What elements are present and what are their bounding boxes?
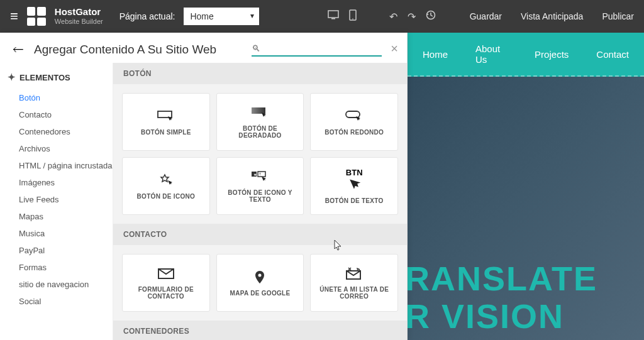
- mobile-icon[interactable]: [349, 9, 357, 23]
- search-wrap[interactable]: 🔍︎: [252, 43, 382, 57]
- button-round-icon: [345, 109, 364, 124]
- sidebar-item-archivos[interactable]: Archivos: [8, 140, 113, 157]
- hero-line1: RANSLATE: [408, 260, 597, 297]
- sidebar-item-formas[interactable]: Formas: [8, 259, 113, 276]
- save-button[interactable]: Guardar: [470, 11, 502, 21]
- section-heading-contenedores: CONTENEDORES: [113, 321, 407, 340]
- site-preview: Home About Us Projects Contact RANSLATE …: [408, 33, 644, 340]
- svg-rect-7: [346, 111, 360, 118]
- card-boton-texto[interactable]: BTN BOTÓN DE TEXTO: [310, 157, 398, 215]
- close-icon[interactable]: ×: [391, 41, 398, 56]
- sidebar-heading: ✦ ELEMENTOS: [8, 72, 113, 83]
- current-page-label: Página actual:: [119, 11, 175, 21]
- sidebar: ✦ ELEMENTOS Botón Contacto Contenedores …: [0, 63, 113, 340]
- sidebar-list: Botón Contacto Contenedores Archivos HTM…: [8, 89, 113, 310]
- nav-about[interactable]: About Us: [475, 43, 507, 65]
- nav-home[interactable]: Home: [423, 49, 448, 60]
- panel-body: ✦ ELEMENTOS Botón Contacto Contenedores …: [0, 63, 407, 340]
- card-formulario-contacto[interactable]: FORMULARIO DE CONTACTO: [122, 254, 210, 312]
- card-mapa-google[interactable]: MAPA DE GOOGLE: [216, 254, 304, 312]
- panel-title: Agregar Contenido A Su Sitio Web: [34, 43, 216, 57]
- sidebar-item-navegacion[interactable]: sitio de navegacion: [8, 276, 113, 293]
- card-boton-redondo[interactable]: BOTÓN REDONDO: [310, 93, 398, 151]
- hero-line2: R VISION: [408, 298, 597, 335]
- page-select-wrap[interactable]: [184, 8, 259, 25]
- svg-text:★: ★: [253, 173, 257, 177]
- logo-title: HostGator: [55, 6, 103, 18]
- back-arrow-icon[interactable]: 🡐: [13, 43, 24, 57]
- envelope-icon: [157, 266, 175, 281]
- topbar-device-icons: ↶ ↷: [328, 9, 436, 23]
- card-boton-icono[interactable]: BOTÓN DE ICONO: [122, 157, 210, 215]
- puzzle-icon: ✦: [8, 72, 16, 83]
- sidebar-item-mapas[interactable]: Mapas: [8, 208, 113, 225]
- topbar-actions: Guardar Vista Anticipada Publicar: [470, 11, 634, 21]
- svg-rect-6: [252, 107, 265, 114]
- button-text-icon: BTN: [345, 168, 364, 192]
- section-heading-boton: BOTÓN: [113, 63, 407, 84]
- svg-point-13: [258, 273, 262, 277]
- desktop-icon[interactable]: [328, 10, 339, 23]
- card-boton-degradado[interactable]: BOTÓN DE DEGRADADO: [216, 93, 304, 151]
- nav-projects[interactable]: Projects: [535, 49, 569, 60]
- preview-nav: Home About Us Projects Contact: [408, 33, 644, 77]
- redo-icon[interactable]: ↷: [408, 11, 416, 23]
- contacto-grid: FORMULARIO DE CONTACTO MAPA DE GOOGLE ÚN…: [113, 245, 407, 321]
- sidebar-item-musica[interactable]: Musica: [8, 225, 113, 242]
- search-icon: 🔍︎: [252, 43, 260, 53]
- sidebar-item-contacto[interactable]: Contacto: [8, 106, 113, 123]
- button-simple-icon: [157, 109, 175, 124]
- svg-point-3: [352, 18, 353, 19]
- map-pin-icon: [250, 270, 269, 285]
- undo-icon[interactable]: ↶: [389, 11, 397, 23]
- button-gradient-icon: [250, 105, 269, 120]
- card-boton-simple[interactable]: BOTÓN SIMPLE: [122, 93, 210, 151]
- nav-contact[interactable]: Contact: [596, 49, 629, 60]
- svg-rect-1: [331, 18, 335, 19]
- cursor-icon: [333, 239, 343, 254]
- svg-rect-0: [328, 11, 338, 18]
- hero-text: RANSLATE R VISION: [408, 260, 597, 335]
- search-input[interactable]: [266, 43, 379, 53]
- card-lista-correo[interactable]: ÚNETE A MI LISTA DE CORREO: [310, 254, 398, 312]
- sidebar-item-livefeeds[interactable]: Live Feeds: [8, 191, 113, 208]
- sidebar-item-social[interactable]: Social: [8, 293, 113, 310]
- sidebar-item-paypal[interactable]: PayPal: [8, 242, 113, 259]
- publish-button[interactable]: Publicar: [602, 11, 634, 21]
- workspace: × 🡐 Agregar Contenido A Su Sitio Web 🔍︎ …: [0, 33, 644, 340]
- sidebar-item-html[interactable]: HTML / página incrustada: [8, 157, 113, 174]
- add-content-panel: × 🡐 Agregar Contenido A Su Sitio Web 🔍︎ …: [0, 33, 408, 340]
- svg-rect-5: [158, 111, 172, 118]
- boton-grid: BOTÓN SIMPLE BOTÓN DE DEGRADADO BOTÓN RE…: [113, 84, 407, 224]
- button-icon-text-icon: ★T: [250, 169, 269, 184]
- button-icon-icon: [157, 173, 175, 188]
- section-heading-contacto: CONTACTO: [113, 224, 407, 245]
- card-boton-icono-texto[interactable]: ★T BOTÓN DE ICONO Y TEXTO: [216, 157, 304, 215]
- logo-text: HostGator Website Builder: [55, 6, 103, 26]
- menu-icon[interactable]: ≡: [10, 8, 18, 25]
- mail-list-icon: [345, 266, 364, 281]
- logo-icon: [27, 7, 46, 26]
- history-icon[interactable]: [426, 10, 436, 23]
- panel-header: 🡐 Agregar Contenido A Su Sitio Web 🔍︎: [0, 33, 407, 63]
- preview-button[interactable]: Vista Anticipada: [521, 11, 583, 21]
- sidebar-item-boton[interactable]: Botón: [8, 89, 113, 106]
- sidebar-item-imagenes[interactable]: Imágenes: [8, 174, 113, 191]
- elements-area: BOTÓN BOTÓN SIMPLE BOTÓN DE DEGRADADO BO…: [113, 63, 407, 340]
- svg-text:T: T: [259, 172, 261, 176]
- topbar: ≡ HostGator Website Builder Página actua…: [0, 0, 644, 33]
- logo-subtitle: Website Builder: [55, 18, 103, 26]
- sidebar-item-contenedores[interactable]: Contenedores: [8, 123, 113, 140]
- page-select[interactable]: [184, 8, 259, 25]
